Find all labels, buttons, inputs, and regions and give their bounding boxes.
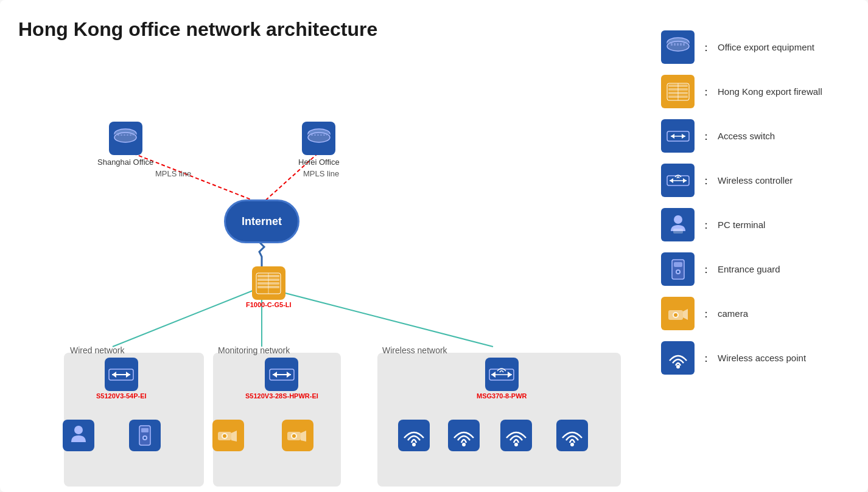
svg-line-32 <box>113 287 262 347</box>
node-shanghai-label: Shanghai Office <box>97 158 153 167</box>
page-title: Hong Kong office network architecture <box>18 18 377 41</box>
legend-label-entrance-guard: Entrance guard <box>718 264 780 274</box>
svg-line-34 <box>262 287 493 347</box>
svg-marker-81 <box>301 431 306 442</box>
svg-point-29 <box>676 365 680 369</box>
node-ap-3 <box>500 420 532 451</box>
legend-icon-entrance-guard <box>661 252 695 286</box>
internet-cloud: Internet <box>224 199 299 243</box>
svg-point-19 <box>674 215 682 224</box>
node-pc-wired <box>63 420 94 451</box>
svg-point-24 <box>677 271 679 273</box>
svg-point-49 <box>308 133 330 142</box>
node-monitor-switch: S5120V3-28S-HPWR-EI <box>245 358 318 400</box>
legend-label-wireless-ap: Wireless access point <box>718 353 806 363</box>
node-hefei-label: Hefei Office <box>298 158 340 167</box>
monitor-section-label: Monitoring network <box>218 345 290 355</box>
legend-item-access-switch: ： Access switch <box>661 119 856 153</box>
node-entrance-guard-wired <box>129 420 161 451</box>
node-ap-1 <box>398 420 430 451</box>
node-wired-switch: S5120V3-54P-EI <box>96 358 147 400</box>
mpls-right-label: MPLS line <box>303 169 339 178</box>
legend-item-pc-terminal: ： PC terminal <box>661 208 856 241</box>
svg-point-83 <box>462 443 466 446</box>
legend-icon-pc-terminal <box>661 208 695 241</box>
legend-icon-wireless-ap <box>661 341 695 375</box>
legend-item-camera: ： camera <box>661 297 856 330</box>
legend-item-wireless-ctrl: ： Wireless controller <box>661 164 856 197</box>
node-camera-2 <box>282 420 313 451</box>
svg-rect-71 <box>141 428 149 432</box>
diagram: Shanghai Office Hefei Office MPLS line M… <box>0 49 651 487</box>
main-container: Hong Kong office network architecture ： … <box>0 0 868 492</box>
node-shanghai: Shanghai Office <box>97 122 153 167</box>
legend-label-wireless-ctrl: Wireless controller <box>718 175 793 185</box>
svg-point-84 <box>514 443 518 446</box>
node-ap-4 <box>556 420 588 451</box>
svg-point-73 <box>144 437 146 439</box>
legend-item-office-export: ： Office export equipment <box>661 30 856 64</box>
svg-point-82 <box>412 443 416 446</box>
legend-label-camera: camera <box>718 308 748 319</box>
node-firewall-sublabel: F1000-C-G5-LI <box>246 301 292 308</box>
legend-icon-access-switch <box>661 119 695 153</box>
svg-rect-22 <box>674 262 682 267</box>
svg-point-45 <box>114 133 136 142</box>
legend-item-wireless-ap: ： Wireless access point <box>661 341 856 375</box>
legend-label-hk-firewall: Hong Kong export firewall <box>718 86 822 97</box>
svg-point-76 <box>223 434 226 438</box>
svg-point-2 <box>667 41 689 51</box>
node-wireless-ctrl-sublabel: MSG370-8-PWR <box>477 392 527 400</box>
svg-point-69 <box>74 426 83 434</box>
svg-marker-77 <box>231 431 237 442</box>
node-wired-switch-sublabel: S5120V3-54P-EI <box>96 392 147 400</box>
legend-label-access-switch: Access switch <box>718 131 775 141</box>
svg-point-27 <box>674 313 677 317</box>
node-hefei: Hefei Office <box>298 122 340 167</box>
legend-icon-wireless-ctrl <box>661 164 695 197</box>
legend-label-pc-terminal: PC terminal <box>718 220 765 230</box>
legend-icon-hk-firewall <box>661 75 695 108</box>
legend-item-hk-firewall: ： Hong Kong export firewall <box>661 75 856 108</box>
svg-point-80 <box>292 434 296 438</box>
node-wireless-ctrl: MSG370-8-PWR <box>477 358 527 400</box>
legend-item-entrance-guard: ： Entrance guard <box>661 252 856 286</box>
node-camera-1 <box>212 420 244 451</box>
svg-marker-28 <box>683 309 688 320</box>
svg-point-85 <box>570 443 574 446</box>
node-ap-2 <box>448 420 480 451</box>
legend-label-office-export: Office export equipment <box>718 42 814 52</box>
wireless-section-label: Wireless network <box>382 345 447 355</box>
node-monitor-switch-sublabel: S5120V3-28S-HPWR-EI <box>245 392 318 400</box>
mpls-left-label: MPLS line <box>155 169 191 178</box>
node-firewall: F1000-C-G5-LI <box>246 266 292 308</box>
svg-rect-20 <box>673 229 683 234</box>
wired-section-label: Wired network <box>70 345 124 355</box>
legend-icon-camera <box>661 297 695 330</box>
legend: ： Office export equipment ： Hong Kong ex… <box>661 30 856 386</box>
legend-icon-office-export <box>661 30 695 64</box>
